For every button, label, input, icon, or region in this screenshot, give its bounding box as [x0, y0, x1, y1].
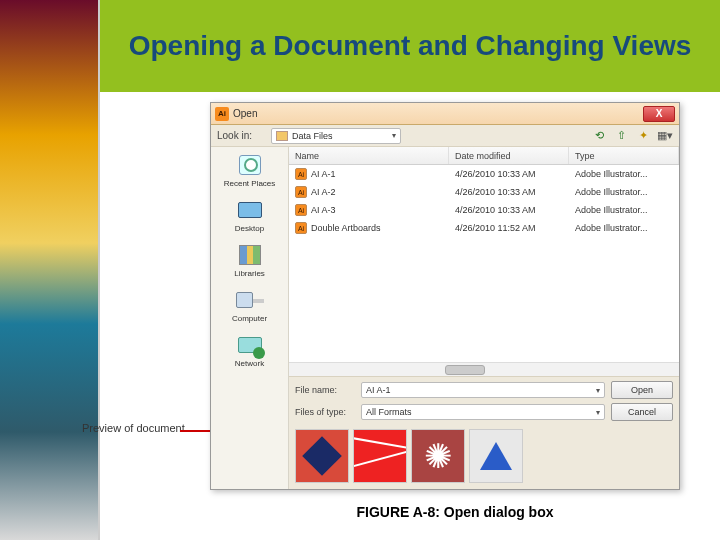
- ai-file-icon: Ai: [295, 204, 307, 216]
- bottom-panel: File name: AI A-1 ▾ Open Files of type: …: [289, 376, 679, 489]
- file-list: AiAI A-1 4/26/2010 10:33 AM Adobe Illust…: [289, 165, 679, 362]
- desktop-icon: [236, 198, 264, 222]
- sidebar-item-label: Network: [235, 359, 264, 368]
- sidebar-item-network[interactable]: Network: [216, 333, 284, 368]
- illustrator-icon: Ai: [215, 107, 229, 121]
- chevron-down-icon: ▾: [596, 408, 600, 417]
- new-folder-icon[interactable]: ✦: [635, 128, 651, 144]
- column-header-date[interactable]: Date modified: [449, 147, 569, 164]
- horizontal-scrollbar[interactable]: [289, 362, 679, 376]
- ai-file-icon: Ai: [295, 186, 307, 198]
- sidebar-item-recent[interactable]: Recent Places: [216, 153, 284, 188]
- file-name: AI A-3: [311, 205, 336, 215]
- open-dialog: Ai Open X Look in: Data Files ▾ ⟲ ⇧ ✦ ▦▾: [210, 102, 680, 490]
- sidebar-item-label: Desktop: [235, 224, 264, 233]
- sidebar-item-label: Computer: [232, 314, 267, 323]
- header-band: Opening a Document and Changing Views: [100, 0, 720, 92]
- preview-thumbnails: [295, 425, 673, 483]
- filetype-field[interactable]: All Formats ▾: [361, 404, 605, 420]
- file-type: Adobe Illustrator...: [569, 187, 679, 197]
- sidebar-item-label: Libraries: [234, 269, 265, 278]
- preview-thumbnail[interactable]: [353, 429, 407, 483]
- dialog-title: Open: [233, 108, 257, 119]
- lookin-toolbar: ⟲ ⇧ ✦ ▦▾: [591, 128, 673, 144]
- page: Opening a Document and Changing Views Pr…: [0, 0, 720, 540]
- ai-file-icon: Ai: [295, 222, 307, 234]
- figure-caption: FIGURE A-8: Open dialog box: [240, 504, 670, 520]
- filename-row: File name: AI A-1 ▾ Open: [295, 381, 673, 399]
- file-type: Adobe Illustrator...: [569, 205, 679, 215]
- sidebar-item-computer[interactable]: Computer: [216, 288, 284, 323]
- up-one-level-icon[interactable]: ⇧: [613, 128, 629, 144]
- column-header-type[interactable]: Type: [569, 147, 679, 164]
- file-name: Double Artboards: [311, 223, 381, 233]
- lookin-row: Look in: Data Files ▾ ⟲ ⇧ ✦ ▦▾: [211, 125, 679, 147]
- file-row[interactable]: AiDouble Artboards 4/26/2010 11:52 AM Ad…: [289, 219, 679, 237]
- sidebar-item-libraries[interactable]: Libraries: [216, 243, 284, 278]
- window-close-button[interactable]: X: [643, 106, 675, 122]
- ai-file-icon: Ai: [295, 168, 307, 180]
- filetype-row: Files of type: All Formats ▾ Cancel: [295, 403, 673, 421]
- file-date: 4/26/2010 11:52 AM: [449, 223, 569, 233]
- left-decorative-strip: [0, 0, 100, 540]
- file-date: 4/26/2010 10:33 AM: [449, 205, 569, 215]
- file-date: 4/26/2010 10:33 AM: [449, 187, 569, 197]
- sidebar-item-label: Recent Places: [224, 179, 276, 188]
- sidebar-item-desktop[interactable]: Desktop: [216, 198, 284, 233]
- filename-label: File name:: [295, 385, 355, 395]
- preview-annotation-label: Preview of document: [82, 422, 185, 434]
- file-area: Name Date modified Type AiAI A-1 4/26/20…: [289, 147, 679, 489]
- file-name: AI A-2: [311, 187, 336, 197]
- file-type: Adobe Illustrator...: [569, 223, 679, 233]
- cancel-button[interactable]: Cancel: [611, 403, 673, 421]
- filetype-label: Files of type:: [295, 407, 355, 417]
- filename-field[interactable]: AI A-1 ▾: [361, 382, 605, 398]
- file-date: 4/26/2010 10:33 AM: [449, 169, 569, 179]
- computer-icon: [236, 288, 264, 312]
- file-row[interactable]: AiAI A-1 4/26/2010 10:33 AM Adobe Illust…: [289, 165, 679, 183]
- dialog-body: Recent Places Desktop Libraries Computer: [211, 147, 679, 489]
- scrollbar-thumb[interactable]: [445, 365, 485, 375]
- back-icon[interactable]: ⟲: [591, 128, 607, 144]
- network-icon: [236, 333, 264, 357]
- file-name: AI A-1: [311, 169, 336, 179]
- recent-places-icon: [236, 153, 264, 177]
- open-button[interactable]: Open: [611, 381, 673, 399]
- lookin-label: Look in:: [217, 130, 265, 141]
- libraries-icon: [236, 243, 264, 267]
- preview-thumbnail[interactable]: [411, 429, 465, 483]
- lookin-dropdown[interactable]: Data Files ▾: [271, 128, 401, 144]
- lookin-value: Data Files: [292, 131, 388, 141]
- folder-icon: [276, 131, 288, 141]
- page-title: Opening a Document and Changing Views: [129, 29, 692, 63]
- views-menu-icon[interactable]: ▦▾: [657, 128, 673, 144]
- content-area: Preview of document Ai Open X Look in: D…: [100, 92, 720, 540]
- chevron-down-icon: ▾: [392, 131, 396, 140]
- filename-value: AI A-1: [366, 385, 391, 395]
- column-header-name[interactable]: Name: [289, 147, 449, 164]
- file-list-header: Name Date modified Type: [289, 147, 679, 165]
- chevron-down-icon: ▾: [596, 386, 600, 395]
- preview-thumbnail[interactable]: [469, 429, 523, 483]
- file-row[interactable]: AiAI A-2 4/26/2010 10:33 AM Adobe Illust…: [289, 183, 679, 201]
- dialog-titlebar: Ai Open X: [211, 103, 679, 125]
- preview-thumbnail[interactable]: [295, 429, 349, 483]
- titlebar-left: Ai Open: [215, 107, 257, 121]
- file-type: Adobe Illustrator...: [569, 169, 679, 179]
- file-row[interactable]: AiAI A-3 4/26/2010 10:33 AM Adobe Illust…: [289, 201, 679, 219]
- places-sidebar: Recent Places Desktop Libraries Computer: [211, 147, 289, 489]
- filetype-value: All Formats: [366, 407, 412, 417]
